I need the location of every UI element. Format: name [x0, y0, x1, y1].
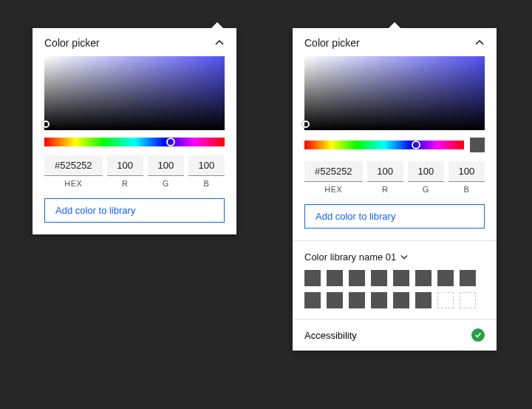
- chevron-up-icon: [475, 38, 484, 47]
- g-input[interactable]: [148, 155, 184, 176]
- color-picker-panel-expanded: Color picker HEX R G B Add color: [293, 28, 497, 351]
- b-input[interactable]: [188, 155, 225, 176]
- library-swatch[interactable]: [304, 292, 321, 308]
- hue-cursor[interactable]: [166, 138, 175, 146]
- b-label: B: [464, 185, 470, 194]
- chevron-down-icon: [400, 251, 408, 263]
- hue-cursor[interactable]: [412, 141, 420, 149]
- library-swatch-empty[interactable]: [460, 292, 476, 308]
- library-swatch[interactable]: [460, 270, 476, 286]
- collapse-button[interactable]: [214, 38, 225, 48]
- saturation-cursor[interactable]: [302, 121, 310, 128]
- r-label: R: [122, 179, 128, 188]
- library-swatch[interactable]: [393, 292, 409, 308]
- g-label: G: [163, 179, 169, 188]
- b-label: B: [204, 179, 210, 188]
- picker-header: Color picker: [33, 28, 236, 56]
- accessibility-status-icon: [471, 328, 485, 342]
- accessibility-label: Accessibility: [304, 330, 357, 341]
- library-swatch[interactable]: [327, 292, 343, 308]
- popover-caret: [211, 22, 223, 28]
- library-swatch[interactable]: [371, 270, 387, 286]
- saturation-picker[interactable]: [44, 56, 225, 130]
- popover-caret: [389, 22, 400, 28]
- hue-slider[interactable]: [304, 141, 464, 149]
- add-to-library-button[interactable]: Add color to library: [304, 204, 485, 229]
- hex-input[interactable]: [44, 155, 103, 176]
- library-swatch[interactable]: [371, 292, 387, 308]
- library-swatch[interactable]: [393, 270, 409, 286]
- current-color-swatch: [470, 138, 485, 152]
- library-name: Color library name 01: [304, 251, 396, 263]
- swatch-grid: [304, 270, 485, 308]
- library-swatch-empty[interactable]: [437, 292, 454, 308]
- hue-slider[interactable]: [44, 138, 225, 146]
- picker-title: Color picker: [44, 37, 100, 49]
- picker-header: Color picker: [293, 28, 497, 56]
- color-picker-panel: Color picker HEX R G B Add color to l: [33, 28, 236, 234]
- picker-title: Color picker: [304, 37, 360, 49]
- r-label: R: [382, 185, 388, 194]
- add-to-library-button[interactable]: Add color to library: [44, 198, 225, 223]
- hex-label: HEX: [64, 179, 82, 188]
- g-input[interactable]: [408, 161, 444, 182]
- color-inputs: HEX R G B: [44, 155, 225, 188]
- library-swatch[interactable]: [349, 292, 365, 308]
- hex-label: HEX: [324, 185, 342, 194]
- hex-input[interactable]: [304, 161, 363, 182]
- r-input[interactable]: [367, 161, 403, 182]
- accessibility-section[interactable]: Accessibility: [293, 320, 497, 351]
- library-swatch[interactable]: [304, 270, 321, 286]
- library-dropdown[interactable]: Color library name 01: [304, 251, 485, 263]
- g-label: G: [423, 185, 429, 194]
- collapse-button[interactable]: [474, 38, 485, 48]
- library-swatch[interactable]: [349, 270, 365, 286]
- library-swatch[interactable]: [415, 292, 432, 308]
- library-swatch[interactable]: [327, 270, 343, 286]
- r-input[interactable]: [107, 155, 143, 176]
- color-library-section: Color library name 01: [293, 241, 497, 319]
- color-inputs: HEX R G B: [304, 161, 485, 194]
- saturation-picker[interactable]: [304, 56, 485, 130]
- b-input[interactable]: [449, 161, 485, 182]
- library-swatch[interactable]: [437, 270, 454, 286]
- saturation-cursor[interactable]: [42, 121, 50, 128]
- library-swatch[interactable]: [415, 270, 432, 286]
- chevron-up-icon: [215, 38, 224, 47]
